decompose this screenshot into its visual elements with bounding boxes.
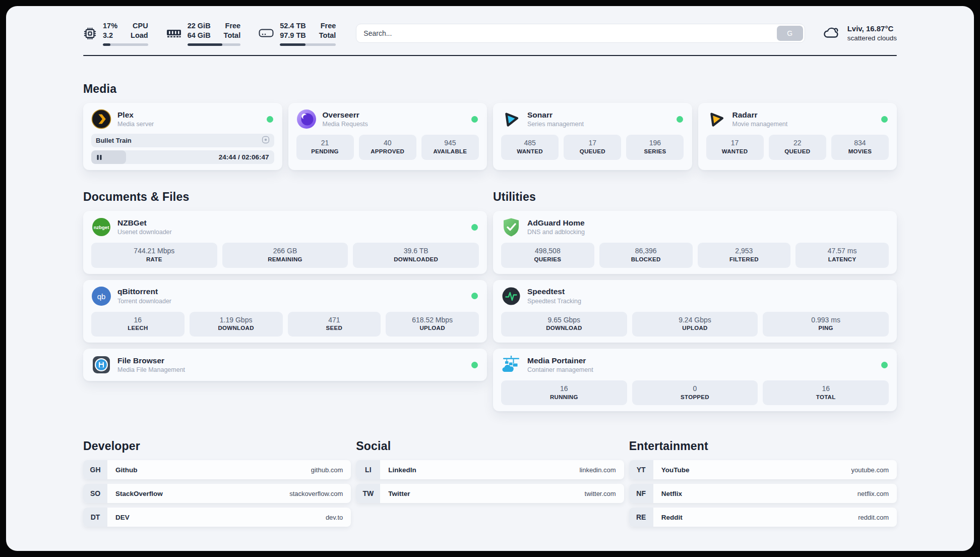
link-row-twitter[interactable]: TW Twitter twitter.com <box>356 484 624 503</box>
app-card-filebrowser[interactable]: File Browser Media File Management <box>83 349 487 381</box>
app-name: qBittorrent <box>117 287 465 297</box>
app-card-qbittorrent[interactable]: qb qBittorrent Torrent downloader <box>83 280 487 343</box>
status-dot-online <box>267 116 273 123</box>
link-abbr-badge: NF <box>629 484 653 503</box>
link-row-linkedin[interactable]: LI LinkedIn linkedin.com <box>356 460 624 479</box>
section-media: Media Plex Media server <box>83 82 897 170</box>
status-dot-online <box>471 362 478 368</box>
topbar-divider <box>83 55 897 57</box>
stat-download: 1.19 Gbps DOWNLOAD <box>190 312 283 337</box>
section-documents: Documents & Files nzbget <box>83 190 487 411</box>
stat-blocked: 86,396 BLOCKED <box>599 243 693 267</box>
adguard-icon <box>501 217 521 237</box>
link-row-youtube[interactable]: YT YouTube youtube.com <box>629 460 897 479</box>
speedtest-icon <box>501 286 521 306</box>
app-card-overseerr[interactable]: Overseerr Media Requests 21 PENDING 40 A… <box>288 103 487 170</box>
app-card-radarr[interactable]: Radarr Movie management 17 WANTED 22 QUE… <box>698 103 897 170</box>
app-description: Media Requests <box>323 120 466 128</box>
stat-filtered: 2,953 FILTERED <box>698 243 791 267</box>
memory-stat: 22 GiB 64 GiB Free Total <box>166 21 241 46</box>
search-engine-button[interactable]: G <box>777 26 803 41</box>
stat-upload: 618.52 Mbps UPLOAD <box>386 312 479 337</box>
app-description: Usenet downloader <box>117 228 465 236</box>
stat-approved: 40 APPROVED <box>359 135 416 159</box>
search-input[interactable] <box>356 24 805 43</box>
playback-progress-bar[interactable]: 24:44 / 02:06:47 <box>91 150 274 164</box>
app-description: Series management <box>527 120 670 128</box>
stat-series: 196 SERIES <box>626 135 684 159</box>
app-name: File Browser <box>117 356 465 366</box>
app-card-nzbget[interactable]: nzbget NZBGet Usenet downloader 74 <box>83 211 487 273</box>
app-card-portainer[interactable]: Media Portainer Container management 16 … <box>493 349 897 411</box>
app-name: Plex <box>117 110 261 120</box>
nzbget-icon: nzbget <box>91 217 111 237</box>
section-developer: Developer GH Github github.com SO StackO… <box>83 439 351 527</box>
memory-labels: Free Total <box>224 21 241 40</box>
section-social: Social LI LinkedIn linkedin.com TW Twitt… <box>356 439 624 503</box>
section-entertainment: Entertainment YT YouTube youtube.com NF … <box>629 439 897 527</box>
app-card-speedtest[interactable]: Speedtest Speedtest Tracking 9.65 Gbps D… <box>493 280 897 343</box>
app-card-adguard[interactable]: AdGuard Home DNS and adblocking 498,508 … <box>493 211 897 273</box>
app-name: Sonarr <box>527 110 670 120</box>
link-name: StackOverflow <box>115 490 289 497</box>
section-title-developer: Developer <box>83 439 351 453</box>
stat-wanted: 485 WANTED <box>501 135 559 159</box>
link-url: reddit.com <box>858 514 889 521</box>
cpu-stat: 17% 3.2 CPU Load <box>83 21 148 46</box>
link-name: Reddit <box>661 514 859 521</box>
memory-icon <box>166 28 181 39</box>
svg-text:qb: qb <box>97 292 106 301</box>
stat-rate: 744.21 Mbps RATE <box>91 243 217 267</box>
app-name: Radarr <box>732 110 876 120</box>
filebrowser-icon <box>91 355 111 375</box>
link-name: Netflix <box>661 490 858 497</box>
link-row-dev[interactable]: DT DEV dev.to <box>83 508 351 527</box>
link-url: twitter.com <box>585 490 616 497</box>
link-name: Twitter <box>388 490 584 497</box>
link-url: dev.to <box>326 514 343 521</box>
disk-stat: 52.4 TB 97.9 TB Free Total <box>259 21 336 46</box>
stat-queries: 498,508 QUERIES <box>501 243 594 267</box>
link-row-netflix[interactable]: NF Netflix netflix.com <box>629 484 897 503</box>
stat-latency: 47.57 ms LATENCY <box>795 243 889 267</box>
stat-leech: 16 LEECH <box>91 312 185 337</box>
disk-progress-bar <box>280 43 336 46</box>
stat-available: 945 AVAILABLE <box>421 135 479 159</box>
portainer-icon <box>501 355 521 375</box>
link-abbr-badge: RE <box>629 508 653 527</box>
disk-labels: Free Total <box>319 21 336 40</box>
link-name: LinkedIn <box>388 466 579 474</box>
cpu-progress-bar <box>103 43 148 46</box>
weather-location-temp: Lviv, 16.87°C <box>847 24 897 34</box>
section-title-social: Social <box>356 439 624 453</box>
disk-values: 52.4 TB 97.9 TB <box>280 21 306 40</box>
now-playing-title: Bullet Train <box>96 137 258 144</box>
section-title-documents: Documents & Files <box>83 190 487 204</box>
link-row-github[interactable]: GH Github github.com <box>83 460 351 479</box>
cpu-values: 17% 3.2 <box>103 21 117 40</box>
link-url: github.com <box>311 466 343 474</box>
cpu-icon <box>83 27 97 40</box>
app-description: Container management <box>527 366 875 374</box>
app-name: NZBGet <box>117 218 465 228</box>
app-name: Media Portainer <box>527 356 875 366</box>
app-card-sonarr[interactable]: Sonarr Series management 485 WANTED 17 Q… <box>493 103 692 170</box>
link-name: DEV <box>115 514 326 521</box>
stat-seed: 471 SEED <box>288 312 381 337</box>
memory-values: 22 GiB 64 GiB <box>188 21 211 40</box>
app-card-plex[interactable]: Plex Media server Bullet Train <box>83 103 282 170</box>
sonarr-icon <box>501 109 521 129</box>
stat-wanted: 17 WANTED <box>706 135 764 159</box>
status-dot-online <box>471 224 478 231</box>
link-row-reddit[interactable]: RE Reddit reddit.com <box>629 508 897 527</box>
weather-widget: Lviv, 16.87°C scattered clouds <box>822 24 897 43</box>
overseerr-icon <box>296 109 317 129</box>
disk-icon <box>259 28 274 39</box>
link-abbr-badge: TW <box>356 484 380 503</box>
link-url: linkedin.com <box>579 466 616 474</box>
link-row-stackoverflow[interactable]: SO StackOverflow stackoverflow.com <box>83 484 351 503</box>
status-dot-online <box>471 293 478 299</box>
pause-icon[interactable] <box>96 150 102 164</box>
app-name: Overseerr <box>323 110 466 120</box>
stat-running: 16 RUNNING <box>501 380 627 405</box>
